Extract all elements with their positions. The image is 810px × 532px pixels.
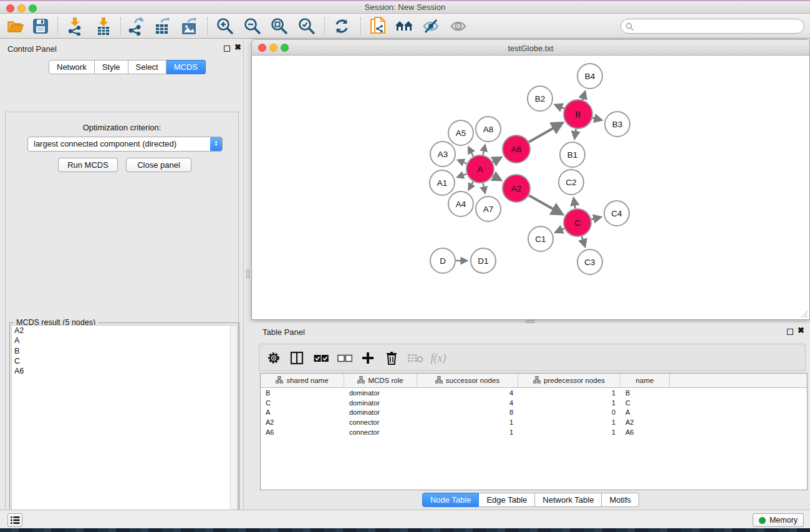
- graph-node-C2[interactable]: C2: [559, 170, 584, 195]
- edge-A-A6[interactable]: [493, 158, 501, 162]
- export-image-icon[interactable]: [179, 17, 200, 36]
- graph-node-B4[interactable]: B4: [577, 64, 602, 89]
- show-column-icon[interactable]: [287, 349, 306, 367]
- new-network-from-selection-icon[interactable]: [368, 17, 389, 36]
- cell-MCDS-role[interactable]: dominator: [344, 399, 417, 407]
- column-header-successor-nodes[interactable]: successor nodes: [417, 374, 518, 387]
- vertical-splitter-handle[interactable]: [246, 269, 249, 278]
- table-tab-node-table[interactable]: Node Table: [422, 493, 480, 507]
- table-tab-network-table[interactable]: Network Table: [535, 493, 602, 507]
- column-header-name[interactable]: name: [620, 374, 670, 387]
- edge-C-C2[interactable]: [574, 198, 576, 209]
- column-header-shared-name[interactable]: shared name: [261, 374, 344, 387]
- edge-C-C3[interactable]: [582, 236, 585, 246]
- graph-node-B2[interactable]: B2: [528, 86, 552, 111]
- table-row[interactable]: A6connector11A6: [261, 427, 807, 437]
- zoom-fit-icon[interactable]: [269, 17, 290, 36]
- edge-A-A7[interactable]: [483, 183, 485, 193]
- cell-predecessor-nodes[interactable]: 0: [518, 409, 620, 416]
- edge-A-A8[interactable]: [483, 145, 485, 155]
- cell-successor-nodes[interactable]: 1: [417, 428, 518, 436]
- network-graph[interactable]: AA1A2A3A4A5A6A7A8BB1B2B3B4CC1C2C3C4DD1: [252, 56, 809, 319]
- close-panel-button[interactable]: Close panel: [126, 158, 191, 172]
- zoom-selected-icon[interactable]: [296, 17, 317, 36]
- result-list-scrollbar[interactable]: [230, 326, 237, 532]
- cell-predecessor-nodes[interactable]: 1: [518, 399, 620, 407]
- graph-node-A1[interactable]: A1: [430, 170, 455, 195]
- tab-select[interactable]: Select: [128, 60, 166, 74]
- cell-successor-nodes[interactable]: 4: [417, 389, 518, 397]
- refresh-icon[interactable]: [331, 17, 352, 36]
- mcds-result-item[interactable]: A2: [12, 326, 237, 336]
- edge-A-A4[interactable]: [469, 181, 473, 190]
- cell-successor-nodes[interactable]: 1: [417, 418, 518, 426]
- graph-node-A3[interactable]: A3: [430, 142, 455, 167]
- table-row[interactable]: Cdominator41C: [261, 398, 807, 408]
- hide-selected-icon[interactable]: [420, 17, 441, 36]
- graph-node-A[interactable]: A: [466, 155, 494, 183]
- graph-node-A6[interactable]: A6: [503, 135, 530, 163]
- cell-shared-name[interactable]: A2: [261, 418, 344, 426]
- cell-name[interactable]: C: [620, 399, 670, 407]
- graph-node-B3[interactable]: B3: [605, 112, 630, 137]
- export-table-icon[interactable]: [152, 17, 173, 36]
- task-history-button[interactable]: [7, 513, 22, 527]
- cell-MCDS-role[interactable]: dominator: [344, 409, 417, 416]
- cell-successor-nodes[interactable]: 8: [417, 409, 518, 416]
- export-network-icon[interactable]: [125, 17, 147, 36]
- edge-A2-C[interactable]: [529, 195, 562, 214]
- edge-C-C4[interactable]: [591, 217, 600, 220]
- deselect-all-checkbox-icon[interactable]: [335, 349, 354, 367]
- graph-node-B[interactable]: B: [564, 100, 592, 128]
- graph-node-A4[interactable]: A4: [448, 191, 473, 216]
- zoom-in-icon[interactable]: [215, 17, 236, 36]
- memory-button[interactable]: Memory: [753, 513, 804, 527]
- tab-network[interactable]: Network: [49, 60, 95, 74]
- close-panel-icon[interactable]: ✖: [234, 42, 241, 52]
- zoom-out-icon[interactable]: [242, 17, 263, 36]
- graph-node-C[interactable]: C: [564, 209, 591, 236]
- search-input[interactable]: [620, 19, 804, 34]
- cell-shared-name[interactable]: A6: [261, 428, 344, 436]
- cell-shared-name[interactable]: A: [261, 409, 344, 416]
- edge-B-B1[interactable]: [575, 129, 576, 138]
- open-session-icon[interactable]: [5, 17, 26, 36]
- select-all-checkbox-icon[interactable]: [312, 349, 330, 367]
- table-close-panel-icon[interactable]: ✖: [798, 326, 804, 335]
- table-float-panel-icon[interactable]: [787, 329, 793, 335]
- cell-name[interactable]: A6: [620, 428, 670, 436]
- table-tab-motifs[interactable]: Motifs: [602, 493, 639, 507]
- edge-A-A1[interactable]: [457, 174, 466, 177]
- tab-style[interactable]: Style: [95, 60, 128, 74]
- edge-A-A2[interactable]: [493, 176, 501, 180]
- graph-node-A2[interactable]: A2: [503, 175, 530, 202]
- graph-node-D[interactable]: D: [430, 248, 455, 273]
- table-row[interactable]: A2connector11A2: [261, 417, 807, 427]
- edge-B-B4[interactable]: [582, 92, 585, 100]
- node-table[interactable]: shared nameMCDS rolesuccessor nodesprede…: [260, 373, 808, 490]
- cell-MCDS-role[interactable]: connector: [344, 428, 417, 436]
- edge-A-A3[interactable]: [458, 160, 467, 164]
- delete-table-icon[interactable]: [406, 349, 425, 367]
- column-header-MCDS-role[interactable]: MCDS role: [344, 374, 417, 387]
- table-tab-edge-table[interactable]: Edge Table: [479, 493, 535, 507]
- cell-predecessor-nodes[interactable]: 1: [518, 389, 620, 397]
- run-mcds-button[interactable]: Run MCDS: [58, 158, 118, 172]
- cell-predecessor-nodes[interactable]: 1: [518, 418, 620, 426]
- cell-name[interactable]: B: [620, 389, 670, 397]
- optimization-criterion-select[interactable]: largest connected component (directed) ▲…: [27, 137, 223, 152]
- graph-node-B1[interactable]: B1: [560, 142, 585, 167]
- import-network-icon[interactable]: [64, 17, 85, 36]
- table-row[interactable]: Adominator80A: [261, 408, 807, 418]
- cell-MCDS-role[interactable]: connector: [344, 418, 417, 426]
- graph-node-C1[interactable]: C1: [528, 226, 553, 251]
- edge-C-C1[interactable]: [556, 228, 564, 232]
- cell-MCDS-role[interactable]: dominator: [344, 389, 417, 397]
- cell-predecessor-nodes[interactable]: 1: [518, 428, 620, 436]
- mcds-result-item[interactable]: A6: [12, 366, 237, 376]
- edge-A-A5[interactable]: [468, 147, 473, 157]
- network-window-titlebar[interactable]: testGlobe.txt: [251, 39, 810, 56]
- cell-name[interactable]: A2: [620, 418, 670, 426]
- cell-shared-name[interactable]: B: [261, 389, 344, 397]
- tab-mcds[interactable]: MCDS: [166, 60, 206, 74]
